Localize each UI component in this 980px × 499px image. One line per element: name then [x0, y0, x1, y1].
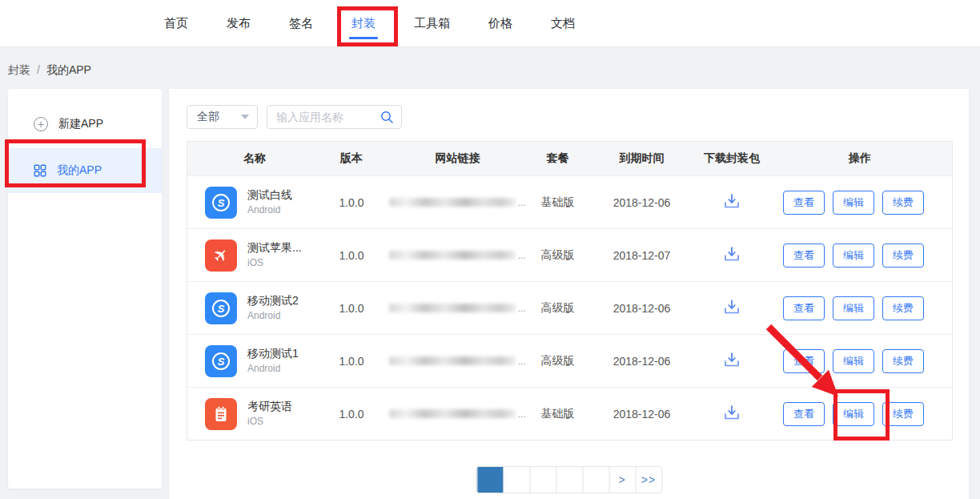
- page-number-button[interactable]: [503, 467, 529, 493]
- col-header-expires: 到期时间: [588, 151, 696, 166]
- toolbar: 全部: [187, 105, 402, 129]
- search-box: [267, 105, 402, 129]
- app-platform: Android: [247, 309, 299, 323]
- download-icon: [722, 245, 741, 263]
- nav-tab-label: 工具箱: [414, 16, 450, 31]
- download-package-button[interactable]: [722, 192, 741, 210]
- link-ellipsis: ...: [517, 408, 525, 420]
- table-row: S ✈ 移动测试1 Android 1.0.0: [187, 334, 952, 387]
- app-name-cell: S ✈ 移动测试1 Android: [187, 345, 315, 377]
- page-number-button[interactable]: [476, 467, 503, 493]
- website-link-redacted: [389, 198, 516, 207]
- next-page-button[interactable]: >: [608, 467, 635, 493]
- app-platform: iOS: [247, 256, 302, 270]
- filter-select-value: 全部: [197, 110, 219, 124]
- table-header: 名称 版本 网站链接 套餐 到期时间 下载封装包 操作: [187, 142, 952, 175]
- download-cell: [696, 351, 768, 371]
- actions-cell: 查看 编辑 续费: [768, 243, 952, 268]
- search-input[interactable]: [276, 111, 380, 123]
- actions-cell: 查看 编辑 续费: [768, 191, 952, 215]
- sidebar-item-new-app[interactable]: + 新建APP: [8, 107, 162, 142]
- nav-tab-label: 签名: [289, 16, 313, 31]
- website-link-redacted: [389, 409, 516, 418]
- website-link-cell: ...: [388, 356, 528, 367]
- nav-tab[interactable]: 签名: [289, 0, 313, 47]
- app-version: 1.0.0: [315, 196, 388, 209]
- app-name: 考研英语: [247, 399, 292, 415]
- s-logo-icon: S: [211, 351, 231, 372]
- view-button[interactable]: 查看: [783, 191, 825, 215]
- renew-button[interactable]: 续费: [882, 191, 924, 215]
- renew-button[interactable]: 续费: [882, 349, 924, 373]
- pagination: > >>: [476, 466, 662, 493]
- plan-badge: 高级版: [528, 301, 588, 316]
- nav-tab[interactable]: 首页: [164, 0, 188, 47]
- download-icon: [722, 351, 741, 368]
- edit-button[interactable]: 编辑: [833, 349, 874, 373]
- app-name: 测试白线: [247, 187, 292, 203]
- renew-button[interactable]: 续费: [882, 296, 924, 320]
- view-button[interactable]: 查看: [783, 296, 825, 320]
- edit-button[interactable]: 编辑: [833, 296, 874, 320]
- app-icon: S ✈: [205, 345, 237, 377]
- nav-tab[interactable]: 发布: [227, 0, 251, 47]
- main-panel: 全部 名称 版本 网站链接 套餐 到期时间 下载封装包 操作: [169, 89, 969, 499]
- plan-badge: 高级版: [528, 248, 588, 263]
- app-platform: Android: [247, 362, 299, 376]
- download-package-button[interactable]: [722, 351, 741, 368]
- breadcrumb-separator: /: [37, 63, 40, 76]
- download-cell: [696, 298, 768, 318]
- nav-tab-label: 首页: [164, 16, 188, 31]
- app-name: 移动测试1: [247, 346, 299, 362]
- edit-button[interactable]: 编辑: [833, 191, 874, 215]
- app-platform: Android: [247, 203, 292, 217]
- expiry-date: 2018-12-06: [588, 355, 696, 368]
- table-row: S ✈ 移动测试2 Android 1.0.0: [187, 281, 952, 334]
- breadcrumb-section[interactable]: 封装: [8, 63, 30, 76]
- app-name-cell: S ✈ 考研英语 iOS: [187, 398, 315, 430]
- nav-tab[interactable]: 文档: [551, 0, 575, 47]
- download-cell: [696, 404, 768, 424]
- website-link-cell: ...: [388, 250, 528, 261]
- view-button[interactable]: 查看: [783, 243, 825, 268]
- link-ellipsis: ...: [517, 303, 525, 314]
- link-ellipsis: ...: [517, 356, 525, 367]
- download-package-button[interactable]: [722, 404, 741, 421]
- download-package-button[interactable]: [722, 245, 741, 263]
- nav-tab[interactable]: 价格: [488, 0, 512, 47]
- sidebar-item-label: 新建APP: [58, 117, 103, 131]
- app-name-cell: S ✈ 移动测试2 Android: [187, 292, 315, 324]
- website-link-redacted: [389, 251, 516, 260]
- app-platform: iOS: [247, 415, 292, 429]
- actions-cell: 查看 编辑 续费: [768, 296, 952, 320]
- plus-circle-icon: +: [34, 117, 48, 131]
- link-ellipsis: ...: [517, 197, 525, 208]
- nav-tab-label: 价格: [488, 16, 512, 31]
- download-cell: [696, 192, 768, 212]
- page-number-button[interactable]: [582, 467, 608, 493]
- renew-button[interactable]: 续费: [882, 402, 924, 426]
- edit-button[interactable]: 编辑: [833, 402, 874, 426]
- col-header-plan: 套餐: [528, 151, 588, 166]
- app-version: 1.0.0: [315, 249, 388, 262]
- page-number-button[interactable]: [556, 467, 582, 493]
- search-icon[interactable]: [380, 111, 394, 124]
- col-header-version: 版本: [315, 151, 388, 166]
- sidebar-item-my-app[interactable]: 我的APP: [8, 148, 162, 193]
- view-button[interactable]: 查看: [783, 349, 825, 373]
- page-number-button[interactable]: [529, 467, 556, 493]
- website-link-cell: ...: [388, 408, 528, 420]
- renew-button[interactable]: 续费: [882, 243, 924, 268]
- view-button[interactable]: 查看: [783, 402, 825, 426]
- actions-cell: 查看 编辑 续费: [768, 402, 952, 426]
- nav-tab[interactable]: 工具箱: [414, 0, 450, 47]
- edit-button[interactable]: 编辑: [833, 243, 874, 268]
- website-link-cell: ...: [388, 303, 528, 314]
- nav-tab[interactable]: 封装: [351, 0, 376, 47]
- download-cell: [696, 245, 768, 265]
- last-page-button[interactable]: >>: [635, 467, 661, 493]
- filter-select[interactable]: 全部: [187, 105, 258, 129]
- app-table: 名称 版本 网站链接 套餐 到期时间 下载封装包 操作 S ✈: [187, 141, 953, 441]
- download-package-button[interactable]: [722, 298, 741, 316]
- top-header: 首页 发布 签名 封装 工具箱 价格 文档: [0, 0, 980, 47]
